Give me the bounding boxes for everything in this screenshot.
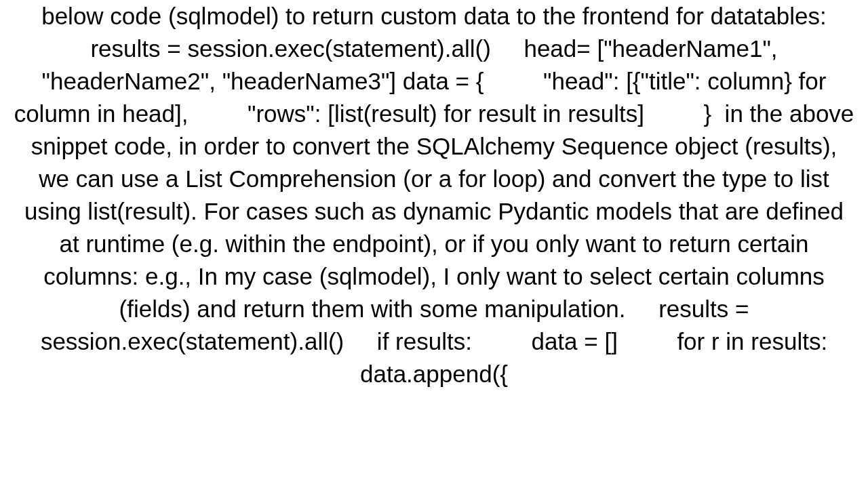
- document-body: below code (sqlmodel) to return custom d…: [0, 0, 868, 488]
